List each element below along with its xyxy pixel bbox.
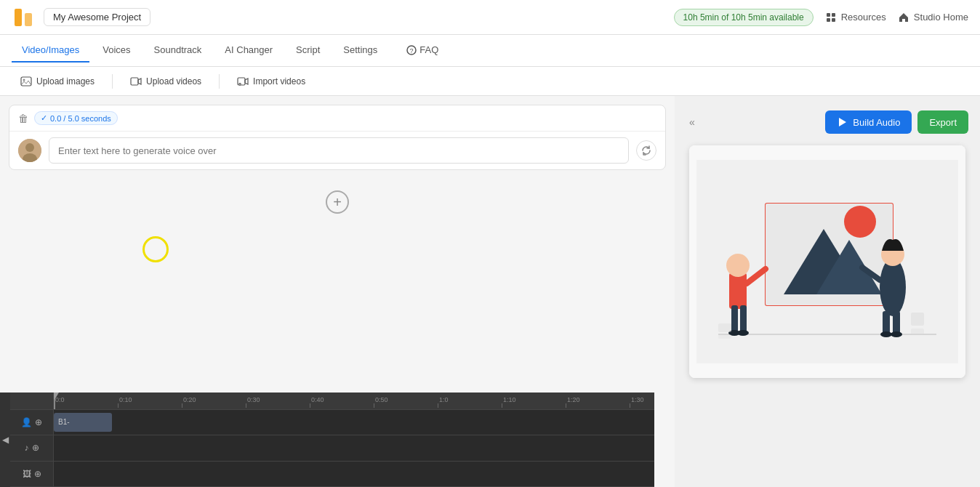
avatar xyxy=(18,139,41,162)
svg-rect-26 xyxy=(731,305,738,333)
clip-label-1: B1- xyxy=(58,418,70,426)
track-row-2 xyxy=(54,435,654,461)
preview-svg xyxy=(696,160,958,363)
timeline-arrow-icon: ◀ xyxy=(2,435,9,445)
svg-rect-0 xyxy=(15,9,22,26)
nav-tabs: Video/Images Voices Soundtrack AI Change… xyxy=(0,35,980,67)
trash-icon[interactable]: 🗑 xyxy=(18,113,28,124)
build-audio-button[interactable]: Build Audio xyxy=(825,110,912,134)
avatar-image xyxy=(18,139,41,162)
sub-toolbar: Upload images Upload videos Import video… xyxy=(0,67,980,96)
svg-rect-37 xyxy=(911,313,924,326)
track-add-button-1[interactable]: ⊕ xyxy=(35,417,42,427)
svg-rect-1 xyxy=(25,13,32,26)
svg-point-13 xyxy=(25,143,34,152)
svg-rect-3 xyxy=(832,13,835,17)
import-videos-button[interactable]: Import videos xyxy=(228,72,314,91)
right-panel: « Build Audio Export xyxy=(675,96,980,487)
timeline-ruler: 0:0 0:10 0:20 0:30 0:40 xyxy=(54,393,654,410)
right-panel-header: « Build Audio Export xyxy=(675,105,980,145)
export-button[interactable]: Export xyxy=(917,110,968,134)
tab-video-images[interactable]: Video/Images xyxy=(12,39,89,63)
duration-badge: ✓ 0.0 / 5.0 seconds xyxy=(34,111,118,125)
ruler-mark-5: 0:50 xyxy=(374,396,438,408)
track-add-button-2[interactable]: ⊕ xyxy=(32,443,39,453)
tracks-content: 0:0 0:10 0:20 0:30 0:40 xyxy=(54,393,654,487)
svg-rect-34 xyxy=(893,311,900,334)
svg-text:?: ? xyxy=(410,47,414,55)
svg-point-36 xyxy=(891,331,902,337)
resources-link[interactable]: Resources xyxy=(825,12,886,23)
voice-editor-body xyxy=(9,132,665,169)
upload-images-button[interactable]: Upload images xyxy=(12,72,103,91)
add-scene-button[interactable]: + xyxy=(326,190,349,214)
playhead-triangle xyxy=(54,393,59,400)
tab-soundtrack[interactable]: Soundtrack xyxy=(144,39,212,63)
resources-icon xyxy=(825,12,837,23)
ruler-mark-2: 0:20 xyxy=(182,396,246,408)
right-toolbar: Build Audio Export xyxy=(825,110,968,134)
ruler-marks: 0:0 0:10 0:20 0:30 0:40 xyxy=(54,393,654,409)
track-label-person: 👤 ⊕ xyxy=(10,410,53,435)
svg-point-30 xyxy=(880,258,906,316)
refresh-button[interactable] xyxy=(636,140,656,161)
svg-point-20 xyxy=(844,206,876,238)
check-icon: ✓ xyxy=(41,113,47,123)
svg-rect-23 xyxy=(729,273,747,309)
svg-point-35 xyxy=(880,331,892,337)
svg-rect-40 xyxy=(718,334,731,339)
svg-point-29 xyxy=(737,330,749,336)
ruler-mark-7: 1:10 xyxy=(502,396,566,408)
track-labels: 👤 ⊕ ♪ ⊕ 🖼 ⊕ xyxy=(10,393,54,487)
track-row-1: B1- xyxy=(54,410,654,435)
ruler-mark-6: 1:0 xyxy=(438,396,502,408)
ruler-mark-9: 1:30 xyxy=(630,396,654,408)
svg-rect-2 xyxy=(827,13,830,17)
logo xyxy=(12,6,35,29)
svg-rect-39 xyxy=(718,323,731,332)
svg-rect-38 xyxy=(911,329,924,334)
ruler-spacer xyxy=(10,393,53,410)
person-icon: 👤 xyxy=(21,417,32,427)
upload-videos-button[interactable]: Upload videos xyxy=(121,72,210,91)
ruler-mark-3: 0:30 xyxy=(246,396,310,408)
faq-icon: ? xyxy=(406,45,417,55)
timeline: ◀ 👤 ⊕ ♪ ⊕ 🖼 ⊕ 0:0 xyxy=(0,393,654,487)
tab-script[interactable]: Script xyxy=(286,39,330,63)
refresh-icon-svg xyxy=(641,145,651,156)
tab-faq[interactable]: ? FAQ xyxy=(396,39,449,63)
tab-ai-changer[interactable]: AI Changer xyxy=(214,39,283,63)
ruler-mark-8: 1:20 xyxy=(566,396,630,408)
separator-2 xyxy=(219,74,220,89)
voice-editor: 🗑 ✓ 0.0 / 5.0 seconds xyxy=(9,105,666,170)
video-icon xyxy=(130,76,142,87)
voice-editor-header: 🗑 ✓ 0.0 / 5.0 seconds xyxy=(9,105,665,132)
preview-illustration xyxy=(689,145,965,378)
track-label-music: ♪ ⊕ xyxy=(10,435,53,461)
svg-rect-27 xyxy=(740,305,747,333)
timeline-toggle-button[interactable]: ◀ xyxy=(0,393,10,487)
separator-1 xyxy=(112,74,113,89)
track-clip-1[interactable]: B1- xyxy=(54,413,112,432)
tab-settings[interactable]: Settings xyxy=(333,39,387,63)
project-name-button[interactable]: My Awesome Project xyxy=(44,8,150,26)
svg-rect-4 xyxy=(827,18,830,22)
track-add-button-3[interactable]: ⊕ xyxy=(34,469,41,479)
image-track-icon: 🖼 xyxy=(23,469,31,479)
svg-point-24 xyxy=(726,254,750,277)
studio-home-link[interactable]: Studio Home xyxy=(898,12,968,23)
home-icon xyxy=(898,12,909,23)
track-label-image: 🖼 ⊕ xyxy=(10,462,53,487)
playhead xyxy=(54,393,55,409)
svg-marker-15 xyxy=(839,118,846,126)
ruler-mark-4: 0:40 xyxy=(310,396,374,408)
collapse-button[interactable]: « xyxy=(686,113,698,131)
image-icon xyxy=(20,76,32,87)
svg-point-9 xyxy=(23,79,25,81)
ruler-mark-0: 0:0 xyxy=(54,396,118,408)
tab-voices[interactable]: Voices xyxy=(92,39,140,63)
add-section: + xyxy=(0,179,675,225)
voice-text-input[interactable] xyxy=(49,137,629,164)
ruler-mark-1: 0:10 xyxy=(118,396,182,408)
header-right: 10h 5min of 10h 5min available Resources… xyxy=(674,9,968,26)
